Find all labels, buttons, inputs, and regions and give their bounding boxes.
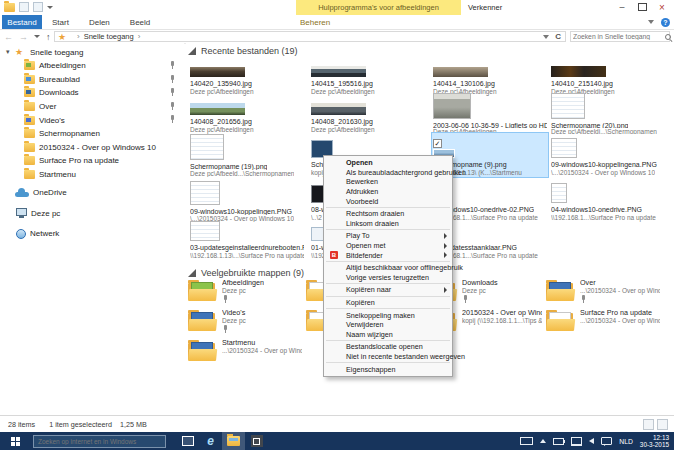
sidebar-item-afbeeldingen[interactable]: Afbeeldingen — [0, 59, 184, 73]
search-box[interactable] — [570, 31, 670, 42]
tab-bestand[interactable]: Bestand — [2, 15, 42, 29]
menu-item-bitdefender[interactable]: BBitdefender — [324, 250, 452, 260]
language-indicator[interactable]: NLD — [619, 438, 633, 445]
sidebar-item-onedrive[interactable]: OneDrive — [0, 183, 184, 202]
expand-ribbon-icon[interactable] — [648, 20, 654, 24]
keyboard-icon[interactable] — [520, 437, 533, 445]
sidebar-item-label: Over — [39, 102, 56, 111]
qat-dropdown-icon[interactable] — [47, 6, 53, 9]
recent-locations-icon[interactable] — [34, 35, 40, 38]
menu-item-altijd-beschikbaar-voor-offlinegebruik[interactable]: Altijd beschikbaar voor offlinegebruik — [324, 263, 452, 273]
forward-button[interactable]: → — [19, 32, 28, 42]
clock[interactable]: 12:13 30-3-2015 — [640, 434, 669, 448]
expand-caret-icon[interactable]: ▾ — [6, 48, 15, 56]
breadcrumb-chevron[interactable]: › — [138, 32, 141, 41]
taskbar-search-box[interactable] — [33, 435, 166, 448]
network-icon[interactable] — [571, 437, 582, 446]
close-button[interactable]: × — [652, 0, 672, 14]
menu-item-openen-met[interactable]: Openen met — [324, 241, 452, 251]
folder-tile-over[interactable]: Over...\20150324 - Over op Windows... — [546, 278, 660, 307]
sidebar-item-startmenu[interactable]: Startmenu — [0, 168, 184, 182]
folder-text: Surface Pro na update...\20150324 - Over… — [580, 308, 660, 325]
volume-icon[interactable] — [589, 438, 594, 444]
sidebar-item-schermopnamen[interactable]: Schermopnamen — [0, 127, 184, 141]
collapse-group-icon[interactable] — [188, 47, 196, 55]
menu-item-rechtsom-draaien[interactable]: Rechtsom draaien — [324, 209, 452, 219]
new-folder-icon[interactable] — [33, 2, 43, 12]
menu-item-bestandslocatie-openen[interactable]: Bestandslocatie openen — [324, 342, 452, 352]
sidebar-item-video-s[interactable]: Video's — [0, 113, 184, 127]
folder-tile-afbeeldingen[interactable]: AfbeeldingenDeze pc — [188, 278, 302, 307]
view-icons-button[interactable] — [657, 419, 668, 430]
tab-beheren[interactable]: Beheren — [300, 15, 330, 29]
folder-text: 20150324 - Over op Windows 10kopij (\\19… — [462, 308, 542, 325]
address-bar[interactable]: › Snelle toegang › C — [54, 31, 566, 42]
menu-item-naam-wijzigen[interactable]: Naam wijzigen — [324, 330, 452, 340]
tab-start[interactable]: Start — [52, 18, 69, 27]
back-button[interactable]: ← — [4, 32, 13, 42]
address-dropdown-icon[interactable] — [543, 35, 549, 39]
file-tile-schermopname-20-png[interactable]: Schermopname (20).pngDeze pc\Afbeeldi...… — [549, 91, 667, 135]
breadcrumb[interactable]: Snelle toegang — [84, 32, 134, 41]
file-tile-140408-201656-jpg[interactable]: 140408_201656.jpgDeze pc\Afbeeldingen — [188, 91, 306, 135]
menu-item-eigenschappen[interactable]: Eigenschappen — [324, 364, 452, 374]
file-tile-09-windows10-koppelingen-png[interactable]: 09-windows10-koppelingen.PNG\...\2015032… — [188, 179, 306, 223]
sidebar-item-surface-pro-na-update[interactable]: Surface Pro na update — [0, 154, 184, 168]
menu-item-linksom-draaien[interactable]: Linksom draaien — [324, 219, 452, 229]
menu-item-play-to[interactable]: Play To — [324, 231, 452, 241]
task-view-button[interactable] — [176, 432, 199, 450]
menu-item-label: Openen — [346, 158, 373, 167]
app-window-button[interactable] — [245, 432, 268, 450]
view-details-button[interactable] — [643, 419, 654, 430]
sidebar-item-deze-pc[interactable]: Deze pc — [0, 204, 184, 223]
recent-files-header[interactable]: Recente bestanden (19) — [188, 46, 298, 56]
folder-tile-surface-pro-na-update[interactable]: Surface Pro na update...\20150324 - Over… — [546, 308, 660, 337]
menu-item-als-bureaubladachtergrond-gebruiken[interactable]: Als bureaubladachtergrond gebruiken — [324, 168, 452, 178]
menu-item-niet-in-recente-bestanden-weergeven[interactable]: Niet in recente bestanden weergeven — [324, 352, 452, 362]
sidebar-item-20150324-over-op-windows-10[interactable]: 20150324 - Over op Windows 10 — [0, 141, 184, 155]
sidebar-item-bureaublad[interactable]: Bureaublad — [0, 73, 184, 87]
file-tile-schermopname-19-png[interactable]: Schermopname (19).pngDeze pc\Afbeeld...\… — [188, 132, 306, 178]
sidebar-item-over[interactable]: Over — [0, 100, 184, 114]
tab-delen[interactable]: Delen — [89, 18, 110, 27]
folder-tile-startmenu[interactable]: Startmenu...\20150324 - Over op Windows … — [188, 338, 302, 367]
menu-item-bewerken[interactable]: Bewerken — [324, 177, 452, 187]
help-icon[interactable]: ? — [661, 18, 670, 27]
internet-explorer-button[interactable]: e — [199, 432, 222, 450]
file-tile-140408-201630-jpg[interactable]: 140408_201630.jpgDeze pc\Afbeeldingen — [309, 91, 427, 135]
file-explorer-button[interactable] — [222, 432, 245, 450]
selection-checkbox[interactable]: ✓ — [433, 139, 442, 148]
menu-item-voorbeeld[interactable]: Voorbeeld — [324, 196, 452, 206]
folder-tile-video-s[interactable]: Video'sDeze pc — [188, 308, 302, 337]
menu-item-snelkoppeling-maken[interactable]: Snelkoppeling maken — [324, 310, 452, 320]
action-center-icon[interactable] — [601, 437, 612, 445]
menu-item-vorige-versies-terugzetten[interactable]: Vorige versies terugzetten — [324, 273, 452, 283]
start-button[interactable] — [0, 432, 30, 450]
menu-item-kopi-ren-naar[interactable]: Kopiëren naar — [324, 285, 452, 295]
sidebar-item-snelle-toegang[interactable]: ▾Snelle toegang — [0, 45, 184, 59]
taskbar-search-input[interactable] — [34, 438, 165, 445]
minimize-button[interactable]: – — [612, 0, 632, 14]
menu-item-verwijderen[interactable]: Verwijderen — [324, 320, 452, 330]
refresh-icon[interactable]: C — [555, 32, 561, 41]
up-button[interactable]: ↑ — [46, 32, 51, 42]
frequent-folders-header[interactable]: Veelgebruikte mappen (9) — [188, 268, 304, 278]
file-tile-09-windows10-koppelingena-png[interactable]: 09-windows10-koppelingena.PNG\...\201503… — [549, 132, 667, 178]
maximize-button[interactable] — [632, 0, 652, 14]
search-icon[interactable] — [664, 33, 672, 41]
file-tile-04-windows10-onedrive-png[interactable]: 04-windows10-onedrive.PNG\\192.168.1...\… — [549, 179, 667, 223]
battery-icon[interactable] — [553, 438, 564, 445]
menu-item-openen[interactable]: Openen — [324, 158, 452, 168]
file-name: Schermopname (20).png — [551, 121, 628, 128]
sidebar-item-downloads[interactable]: Downloads — [0, 86, 184, 100]
menu-item-afdrukken[interactable]: Afdrukken — [324, 187, 452, 197]
properties-icon[interactable] — [19, 2, 29, 12]
collapse-group-icon[interactable] — [188, 269, 196, 277]
file-tile-03-updatesgeinstalleerdnurebooten-png[interactable]: 03-updatesgeinstalleerdnurebooten.PNG\\1… — [188, 219, 306, 261]
menu-item-kopi-ren[interactable]: Kopiëren — [324, 298, 452, 308]
file-tile-2003-06-06-10-36-59-ligfiets-op-hd-jpg[interactable]: 2003-06-06 10-36-59 - Ligfiets op HD.jpg… — [431, 91, 549, 135]
up-arrow-icon[interactable] — [540, 439, 546, 443]
sidebar-item-netwerk[interactable]: Netwerk — [0, 224, 184, 243]
search-input[interactable] — [571, 33, 664, 40]
tab-beeld[interactable]: Beeld — [130, 18, 150, 27]
